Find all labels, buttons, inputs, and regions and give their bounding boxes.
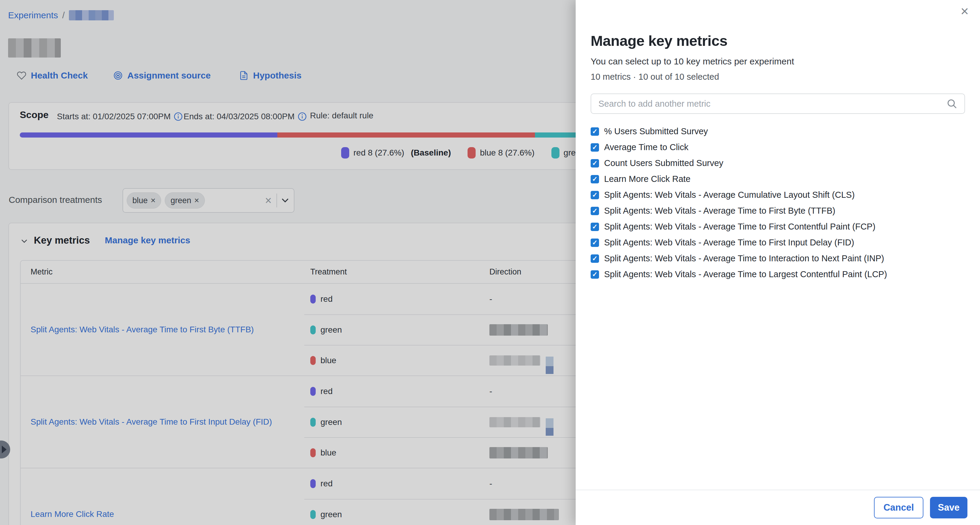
checkbox[interactable]: ✓ bbox=[591, 270, 599, 279]
manage-key-metrics-modal: × Manage key metrics You can select up t… bbox=[576, 0, 980, 525]
metric-option-label: Count Users Submitted Survey bbox=[604, 158, 723, 168]
metric-search-box bbox=[591, 94, 965, 114]
check-icon: ✓ bbox=[592, 271, 598, 278]
metric-option[interactable]: ✓ Average Time to Click bbox=[591, 139, 887, 155]
check-icon: ✓ bbox=[592, 239, 598, 246]
modal-footer: Cancel Save bbox=[576, 490, 980, 525]
metric-option[interactable]: ✓ Split Agents: Web Vitals - Average Tim… bbox=[591, 266, 887, 282]
metrics-selected-count: 10 metrics · 10 out of 10 selected bbox=[591, 72, 719, 82]
metric-option[interactable]: ✓ Split Agents: Web Vitals - Average Tim… bbox=[591, 251, 887, 266]
checkbox[interactable]: ✓ bbox=[591, 223, 599, 231]
metric-option[interactable]: ✓ Learn More Click Rate bbox=[591, 171, 887, 187]
modal-subtitle: You can select up to 10 key metrics per … bbox=[591, 56, 794, 67]
metric-option[interactable]: ✓ Split Agents: Web Vitals - Average Tim… bbox=[591, 219, 887, 235]
metric-option-label: Average Time to Click bbox=[604, 142, 689, 152]
modal-title: Manage key metrics bbox=[591, 32, 727, 49]
metric-option-label: Split Agents: Web Vitals - Average Time … bbox=[604, 222, 875, 231]
checkbox[interactable]: ✓ bbox=[591, 207, 599, 215]
check-icon: ✓ bbox=[592, 207, 598, 214]
search-icon bbox=[947, 98, 957, 109]
checkbox[interactable]: ✓ bbox=[591, 128, 599, 136]
metric-option[interactable]: ✓ Split Agents: Web Vitals - Average Cum… bbox=[591, 187, 887, 203]
metric-option-label: Split Agents: Web Vitals - Average Time … bbox=[604, 206, 835, 216]
metric-search-input[interactable] bbox=[598, 99, 947, 109]
checkbox[interactable]: ✓ bbox=[591, 191, 599, 199]
save-button[interactable]: Save bbox=[930, 497, 967, 519]
metric-option[interactable]: ✓ Split Agents: Web Vitals - Average Tim… bbox=[591, 203, 887, 219]
metric-option-label: Split Agents: Web Vitals - Average Cumul… bbox=[604, 190, 855, 200]
checkbox[interactable]: ✓ bbox=[591, 254, 599, 263]
metric-checkbox-list: ✓ % Users Submitted Survey ✓ Average Tim… bbox=[591, 123, 887, 282]
check-icon: ✓ bbox=[592, 223, 598, 230]
checkbox[interactable]: ✓ bbox=[591, 143, 599, 152]
check-icon: ✓ bbox=[592, 176, 598, 182]
metric-option[interactable]: ✓ Split Agents: Web Vitals - Average Tim… bbox=[591, 235, 887, 251]
metric-option-label: Learn More Click Rate bbox=[604, 174, 690, 184]
metric-option[interactable]: ✓ % Users Submitted Survey bbox=[591, 123, 887, 139]
check-icon: ✓ bbox=[592, 144, 598, 151]
metric-option-label: Split Agents: Web Vitals - Average Time … bbox=[604, 254, 884, 263]
cancel-button[interactable]: Cancel bbox=[874, 497, 923, 519]
metric-option-label: % Users Submitted Survey bbox=[604, 126, 708, 136]
close-icon[interactable]: × bbox=[961, 4, 969, 18]
metric-option-label: Split Agents: Web Vitals - Average Time … bbox=[604, 270, 887, 279]
checkbox[interactable]: ✓ bbox=[591, 159, 599, 168]
metric-option-label: Split Agents: Web Vitals - Average Time … bbox=[604, 238, 854, 247]
check-icon: ✓ bbox=[592, 255, 598, 262]
metric-option[interactable]: ✓ Count Users Submitted Survey bbox=[591, 155, 887, 171]
check-icon: ✓ bbox=[592, 160, 598, 167]
checkbox[interactable]: ✓ bbox=[591, 175, 599, 184]
check-icon: ✓ bbox=[592, 192, 598, 198]
check-icon: ✓ bbox=[592, 128, 598, 135]
checkbox[interactable]: ✓ bbox=[591, 239, 599, 247]
